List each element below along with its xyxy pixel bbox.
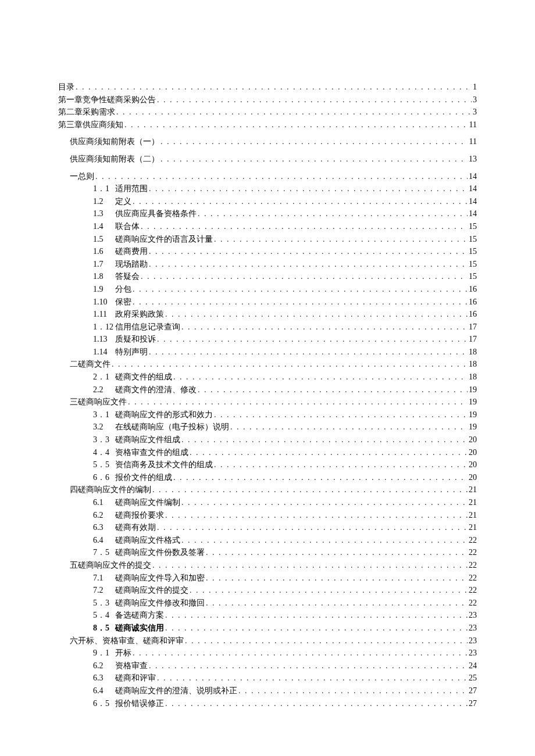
toc-number: 1.8 xyxy=(70,271,115,282)
toc-leader-dots xyxy=(181,434,468,446)
toc-entry[interactable]: 一总则14 xyxy=(58,171,477,182)
toc-label: 供应商须知前附表（一） xyxy=(70,136,159,148)
toc-entry[interactable]: 5．4备选磋商方案23 xyxy=(58,610,477,621)
toc-title: 磋商费用 xyxy=(115,247,148,256)
toc-leader-dots xyxy=(173,371,468,383)
toc-entry[interactable]: 1.8答疑会15 xyxy=(58,271,477,282)
toc-entry[interactable]: 9．1开标23 xyxy=(58,647,477,659)
toc-entry[interactable]: 1.14特别声明18 xyxy=(58,346,477,358)
toc-title: 联合体 xyxy=(115,222,140,231)
toc-entry[interactable]: 第一章竞争性磋商采购公告3 xyxy=(58,94,477,106)
toc-leader-dots xyxy=(238,685,468,697)
toc-entry[interactable]: 五磋商响应文件的提交22 xyxy=(58,560,477,571)
toc-leader-dots xyxy=(152,484,468,496)
toc-label: 6.4磋商响应文件格式 xyxy=(70,535,180,546)
toc-entry[interactable]: 1.5磋商响应文件的语言及计量15 xyxy=(58,234,477,245)
toc-entry[interactable]: 六开标、资格审查、磋商和评审23 xyxy=(58,635,477,647)
toc-entry[interactable]: 7.1磋商响应文件导入和加密22 xyxy=(58,572,477,584)
toc-number: 3.2 xyxy=(70,421,115,433)
toc-entry[interactable]: 3.2在线磋商响应（电子投标）说明19 xyxy=(58,421,477,433)
toc-label: 供应商须知前附表（二） xyxy=(70,153,159,165)
toc-leader-dots xyxy=(190,447,468,458)
toc-number: 1.2 xyxy=(70,196,115,207)
toc-entry[interactable]: 3．1磋商响应文件的形式和效力19 xyxy=(58,409,477,421)
toc-entry[interactable]: 6.3磋商和评审25 xyxy=(58,672,477,684)
toc-entry[interactable]: 1.6磋商费用15 xyxy=(58,246,477,257)
toc-entry[interactable]: 6．6报价文件的组成20 xyxy=(58,472,477,483)
toc-entry[interactable]: 1.13质疑和投诉17 xyxy=(58,334,477,345)
toc-entry[interactable]: 目录1 xyxy=(58,81,477,93)
toc-entry[interactable]: 1.7现场踏勘15 xyxy=(58,259,477,270)
toc-title: 政府采购政策 xyxy=(115,310,164,318)
toc-title: 磋商响应文件格式 xyxy=(115,536,180,544)
toc-number: 1．1 xyxy=(70,183,115,195)
toc-title: 在线磋商响应（电子投标）说明 xyxy=(115,422,229,431)
toc-entry[interactable]: 1.4联合体15 xyxy=(58,221,477,232)
toc-leader-dots xyxy=(181,321,468,333)
toc-page-number: 22 xyxy=(469,597,477,609)
toc-entry[interactable]: 6.4磋商响应文件格式22 xyxy=(58,535,477,546)
toc-entry[interactable]: 5．3磋商响应文件修改和撤回22 xyxy=(58,597,477,609)
toc-page-number: 22 xyxy=(469,585,477,596)
table-of-contents: 目录1第一章竞争性磋商采购公告3第二章采购需求3第三章供应商须知11供应商须知前… xyxy=(58,81,477,709)
toc-number: 6.2 xyxy=(70,660,115,672)
toc-number: 1.4 xyxy=(70,221,115,232)
toc-entry[interactable]: 6.3磋商有效期21 xyxy=(58,522,477,533)
toc-label: 第二章采购需求 xyxy=(58,106,115,118)
toc-entry[interactable]: 四磋商响应文件的编制21 xyxy=(58,484,477,496)
toc-entry[interactable]: 第二章采购需求3 xyxy=(58,106,477,118)
toc-page-number: 21 xyxy=(469,484,477,496)
toc-number: 1.3 xyxy=(70,208,115,220)
toc-page-number: 23 xyxy=(469,635,477,647)
toc-title: 质疑和投诉 xyxy=(115,335,156,343)
toc-entry[interactable]: 1.10保密16 xyxy=(58,296,477,308)
toc-number: 6.1 xyxy=(70,497,115,508)
toc-number: 2.2 xyxy=(70,384,115,396)
toc-entry[interactable]: 6.2资格审查24 xyxy=(58,660,477,672)
toc-entry[interactable]: 2．1磋商文件的组成18 xyxy=(58,371,477,383)
toc-entry[interactable]: 6.4磋商响应文件的澄清、说明或补正27 xyxy=(58,685,477,697)
toc-leader-dots xyxy=(185,635,468,647)
toc-label: 1.11政府采购政策 xyxy=(70,309,164,320)
toc-entry[interactable]: 1.9分包16 xyxy=(58,284,477,295)
toc-number: 2．1 xyxy=(70,371,115,383)
toc-leader-dots xyxy=(157,522,468,533)
toc-entry[interactable]: 6.1磋商响应文件编制21 xyxy=(58,497,477,508)
toc-page-number: 27 xyxy=(469,698,477,710)
toc-label: 5．3磋商响应文件修改和撤回 xyxy=(70,597,205,609)
toc-entry[interactable]: 1．12信用信息记录查询17 xyxy=(58,321,477,333)
toc-label: 3．3磋商响应文件组成 xyxy=(70,434,180,446)
toc-page-number: 17 xyxy=(469,334,477,345)
toc-entry[interactable]: 6．5报价错误修正27 xyxy=(58,698,477,710)
toc-entry[interactable]: 3．3磋商响应文件组成20 xyxy=(58,434,477,446)
toc-entry[interactable]: 1.3供应商应具备资格条件14 xyxy=(58,208,477,220)
toc-leader-dots xyxy=(181,497,468,508)
toc-entry[interactable]: 6.2磋商报价要求21 xyxy=(58,510,477,521)
toc-entry[interactable]: 供应商须知前附表（一）11 xyxy=(58,136,477,148)
toc-page-number: 14 xyxy=(469,171,477,182)
toc-title: 定义 xyxy=(115,197,131,206)
toc-entry[interactable]: 2.2磋商文件的澄清、修改19 xyxy=(58,384,477,396)
toc-title: 现场踏勘 xyxy=(115,260,148,268)
toc-page-number: 22 xyxy=(469,535,477,546)
toc-leader-dots xyxy=(133,647,468,659)
toc-entry[interactable]: 1.2定义14 xyxy=(58,196,477,207)
toc-entry[interactable]: 二磋商文件18 xyxy=(58,359,477,370)
toc-title: 特别声明 xyxy=(115,347,148,356)
toc-entry[interactable]: 1．1适用范围14 xyxy=(58,183,477,195)
toc-label: 5．5资信商务及技术文件的组成 xyxy=(70,459,213,471)
toc-page-number: 22 xyxy=(469,560,477,571)
toc-page-number: 19 xyxy=(469,384,477,396)
toc-entry[interactable]: 8．5磋商诚实信用23 xyxy=(58,622,477,634)
toc-entry[interactable]: 三磋商响应文件19 xyxy=(58,396,477,408)
toc-entry[interactable]: 4．4资格审查文件的组成20 xyxy=(58,447,477,458)
toc-entry[interactable]: 5．5资信商务及技术文件的组成20 xyxy=(58,459,477,471)
toc-entry[interactable]: 供应商须知前附表（二）13 xyxy=(58,153,477,165)
toc-page-number: 22 xyxy=(469,547,477,558)
toc-entry[interactable]: 第三章供应商须知11 xyxy=(58,119,477,131)
toc-entry[interactable]: 7.2磋商响应文件的提交22 xyxy=(58,585,477,596)
toc-entry[interactable]: 1.11政府采购政策16 xyxy=(58,309,477,320)
toc-entry[interactable]: 7．5磋商响应文件份数及签署22 xyxy=(58,547,477,558)
toc-leader-dots xyxy=(95,171,468,182)
toc-page-number: 22 xyxy=(469,572,477,584)
